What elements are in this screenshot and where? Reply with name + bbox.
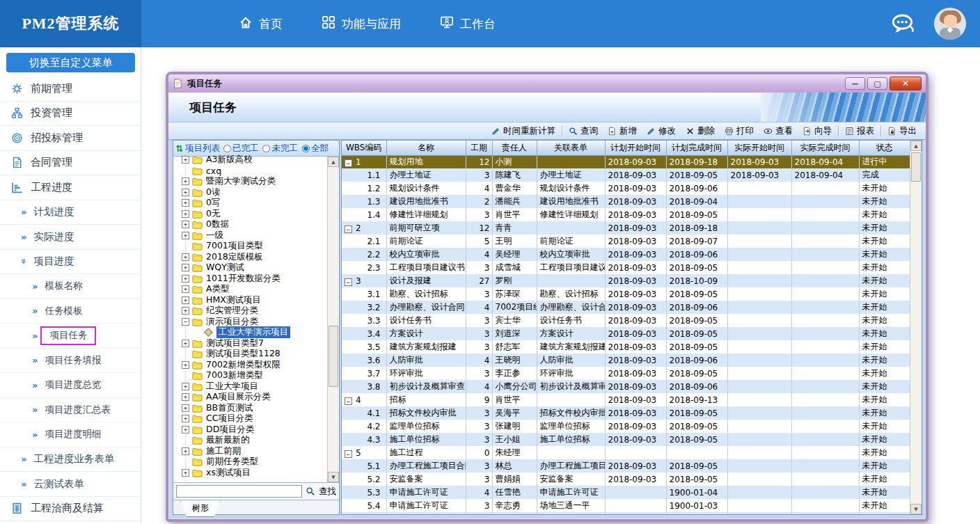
expand-icon[interactable]: +: [182, 383, 189, 390]
tree-item[interactable]: +1011开发数据分类: [182, 273, 327, 285]
filter-uncompleted[interactable]: 未完工: [262, 143, 298, 154]
query-button[interactable]: 查询: [564, 124, 603, 138]
tree-item[interactable]: +前期任务类型: [182, 456, 327, 468]
search-icon[interactable]: [306, 486, 315, 496]
sidebar-item-progress-summary[interactable]: »项目进度汇总表: [0, 398, 141, 423]
column-header-7[interactable]: 实际开始时间: [727, 141, 791, 155]
column-header-8[interactable]: 实际完成时间: [791, 141, 859, 155]
tree-item[interactable]: +纪实管理分类: [182, 305, 327, 317]
close-button[interactable]: [890, 77, 922, 90]
table-row[interactable]: 5.4申请施工许可证3辛志勇场地三通一平1900-01-03未开始: [342, 499, 910, 512]
table-row[interactable]: 2.3工程项目项目建议书、3成雪城工程项目项目建议书2018-09-032018…: [342, 261, 910, 274]
table-row[interactable]: 3.5建筑方案规划报建3舒志军建筑方案规划报建2018-09-032018-09…: [342, 340, 910, 354]
report-button[interactable]: 报表: [840, 124, 879, 138]
table-row[interactable]: 2.1前期论证5王明前期论证2018-09-032018-09-07未开始: [342, 235, 910, 248]
scroll-down-icon[interactable]: ▼: [910, 504, 922, 514]
expand-icon[interactable]: +: [182, 156, 189, 164]
scroll-down-icon[interactable]: ▼: [328, 472, 339, 482]
table-row[interactable]: 1.3建设用地批准书2潘能兵建设用地批准书2018-09-032018-09-0…: [342, 195, 910, 208]
table-row[interactable]: −4招标9肖世平2018-09-032018-09-13未开始: [342, 393, 910, 406]
table-row[interactable]: 3.6人防审批4王晓明人防审批2018-09-032018-09-06未开始: [342, 354, 910, 367]
column-header-0[interactable]: WBS编码: [342, 141, 386, 155]
tree-item[interactable]: +暨南大学测试分类: [182, 176, 327, 187]
table-row[interactable]: 4.1招标文件校内审批3吴海平招标文件校内审批2018-09-032018-09…: [342, 406, 910, 420]
tree-item[interactable]: +工业大学演示项目: [193, 327, 327, 338]
filter-radio-uncompleted[interactable]: [262, 145, 270, 152]
expand-icon[interactable]: +: [182, 253, 189, 261]
sidebar-item-progress-overview[interactable]: »项目进度总览: [0, 373, 141, 398]
sidebar-item-contract[interactable]: 合同管理: [0, 151, 141, 176]
sidebar-item-pre-management[interactable]: 前期管理: [0, 77, 141, 102]
sidebar-item-project-progress[interactable]: »项目进度: [0, 250, 141, 275]
expand-icon[interactable]: +: [182, 189, 189, 196]
expand-icon[interactable]: +: [182, 469, 189, 477]
tree-search-input[interactable]: [176, 485, 302, 498]
sidebar-item-actual-progress[interactable]: »实际进度: [0, 225, 141, 250]
refresh-icon[interactable]: ⇅: [175, 143, 183, 154]
expand-icon[interactable]: +: [182, 221, 189, 228]
tree-item[interactable]: +0读: [182, 187, 327, 198]
table-row[interactable]: 5.1办理工程施工项目合同3林总办理工程施工项目合同2018-09-032018…: [342, 459, 910, 473]
expand-icon[interactable]: +: [182, 426, 189, 434]
sidebar-item-template-name[interactable]: »模板名称: [0, 274, 141, 299]
table-row[interactable]: 4.2监理单位招标3张建明监理单位招标2018-09-032018-09-05未…: [342, 420, 910, 433]
column-header-2[interactable]: 工期: [466, 141, 492, 155]
tree-item[interactable]: +最新最新的: [182, 435, 327, 446]
expand-icon[interactable]: +: [182, 232, 189, 239]
column-header-4[interactable]: 关联表单: [537, 141, 605, 155]
expand-icon[interactable]: +: [182, 340, 189, 347]
sidebar-item-cloud-test-forms[interactable]: »云测试表单: [0, 472, 141, 497]
expand-icon[interactable]: +: [182, 264, 189, 271]
expand-icon[interactable]: +: [182, 404, 189, 412]
table-row[interactable]: 3.2办理勘察、设计合同47002项目经理办理勘察、设计合同2018-09-03…: [342, 301, 910, 314]
table-row[interactable]: 3.4方案设计3刘道深方案设计2018-09-032018-09-05未开始: [342, 327, 910, 340]
row-collapse-icon[interactable]: −: [345, 159, 352, 167]
filter-radio-all[interactable]: [302, 145, 310, 152]
column-header-3[interactable]: 责任人: [492, 141, 537, 155]
tree-item[interactable]: +DD项目分类: [182, 424, 327, 436]
find-button[interactable]: 查找: [319, 486, 336, 498]
recalc-button[interactable]: 时间重新计算: [487, 124, 560, 138]
tree-item[interactable]: +施工前期: [182, 446, 327, 457]
row-collapse-icon[interactable]: −: [345, 225, 352, 233]
maximize-button[interactable]: [867, 77, 887, 90]
minimize-button[interactable]: [845, 77, 865, 90]
tree-item[interactable]: +AA项目展示分类: [182, 392, 327, 403]
tree-item[interactable]: +xs测试项目: [182, 468, 327, 479]
sidebar-item-project-tasks[interactable]: »项目任务: [0, 324, 141, 349]
expand-icon[interactable]: +: [182, 199, 189, 207]
table-row[interactable]: −1规划用地12小测2018-09-032018-09-182018-09-03…: [342, 155, 910, 168]
tree-item[interactable]: +A3新版高校: [182, 154, 327, 166]
row-collapse-icon[interactable]: −: [345, 450, 352, 458]
add-button[interactable]: 新增: [603, 124, 642, 138]
table-row[interactable]: 1.1办理土地证3陈建飞办理土地证2018-09-032018-09-05201…: [342, 168, 910, 182]
tree-item[interactable]: +A类型: [182, 284, 327, 295]
table-scroll-thumb[interactable]: [911, 152, 921, 182]
expand-icon[interactable]: +: [182, 307, 189, 315]
expand-icon[interactable]: +: [182, 275, 189, 283]
table-row[interactable]: 5.2安监备案3曹娟娟安监备案2018-09-032018-09-05未开始: [342, 473, 910, 486]
column-header-6[interactable]: 计划完成时间: [666, 141, 727, 155]
filter-completed[interactable]: 已完工: [223, 143, 259, 154]
table-row[interactable]: 3.3设计任务书3宾士华设计任务书2018-09-032018-09-05未开始: [342, 314, 910, 327]
table-scrollbar[interactable]: ▲ ▼: [910, 141, 922, 514]
table-row[interactable]: −2前期可研立项12青青2018-09-032018-09-18未开始: [342, 221, 910, 235]
tree-item[interactable]: +7002新增类型权限: [182, 360, 327, 371]
sidebar-item-progress[interactable]: 工程进度: [0, 175, 141, 200]
tree-item[interactable]: +测试项目类型7: [182, 338, 327, 349]
nav-item-home[interactable]: 首页: [239, 15, 283, 32]
tree-item[interactable]: +BB首页测试: [182, 403, 327, 414]
tree-item[interactable]: +7003新增类型: [182, 370, 327, 381]
expand-icon[interactable]: +: [182, 361, 189, 369]
scroll-up-icon[interactable]: ▲: [910, 141, 922, 151]
tree-item[interactable]: +CC项目分类: [182, 413, 327, 424]
sidebar-item-progress-detail[interactable]: »项目进度明细: [0, 422, 141, 447]
tree-item[interactable]: +WQY测试: [182, 262, 327, 273]
tree-item[interactable]: +一级: [182, 230, 327, 241]
scroll-up-icon[interactable]: ▲: [328, 157, 339, 167]
tree-item[interactable]: +2018定版模板: [182, 252, 327, 263]
chat-icon[interactable]: [890, 13, 916, 35]
export-button[interactable]: 导出: [883, 124, 922, 138]
tree-scroll-track[interactable]: [328, 167, 339, 472]
tree-item[interactable]: +0无: [182, 209, 327, 220]
